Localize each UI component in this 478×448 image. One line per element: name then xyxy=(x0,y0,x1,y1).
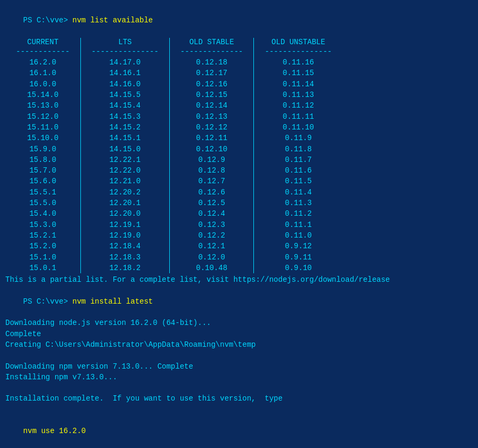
table-cell: 15.0.1 xyxy=(5,263,81,273)
table-cell: 0.12.3 xyxy=(170,219,254,230)
terminal-window: PS C:\vve> nvm list available CURRENT LT… xyxy=(5,4,473,448)
download-line: Downloading node.js version 16.2.0 (64-b… xyxy=(5,317,473,328)
creating-line: Creating C:\Users\Administrator\AppData\… xyxy=(5,339,473,350)
table-cell: 0.12.4 xyxy=(170,208,254,219)
install-command-line: PS C:\vve> nvm install latest xyxy=(5,285,473,317)
table-cell: 0.12.16 xyxy=(170,79,254,89)
table-cell: 0.11.2 xyxy=(254,208,342,219)
table-cell: 0.9.11 xyxy=(254,252,342,263)
table-row: 15.8.012.22.10.12.90.11.7 xyxy=(5,154,343,165)
table-row: 15.13.014.15.40.12.140.11.12 xyxy=(5,100,343,111)
table-cell: 12.22.1 xyxy=(81,154,170,165)
table-cell: 0.11.0 xyxy=(254,230,342,241)
table-row: 15.5.012.20.10.12.50.11.3 xyxy=(5,198,343,208)
table-row: 16.1.014.16.10.12.170.11.15 xyxy=(5,68,343,78)
table-row: 15.1.012.18.30.12.00.9.11 xyxy=(5,252,343,263)
table-cell: 15.5.1 xyxy=(5,187,81,198)
sep-0: ------------ xyxy=(5,46,81,57)
blank-1 xyxy=(5,350,473,361)
table-cell: 0.12.17 xyxy=(170,68,254,78)
table-cell: 0.11.13 xyxy=(254,89,342,100)
table-cell: 16.2.0 xyxy=(5,57,81,68)
table-cell: 0.12.18 xyxy=(170,57,254,68)
table-cell: 0.11.3 xyxy=(254,198,342,208)
table-cell: 0.11.6 xyxy=(254,165,342,176)
nvm-use-line: nvm use 16.2.0 xyxy=(5,415,473,447)
sep-2: -------------- xyxy=(170,46,254,57)
table-cell: 15.3.0 xyxy=(5,219,81,230)
table-row: 15.4.012.20.00.12.40.11.2 xyxy=(5,208,343,219)
table-cell: 0.12.2 xyxy=(170,230,254,241)
table-cell: 15.5.0 xyxy=(5,198,81,208)
table-cell: 12.20.0 xyxy=(81,208,170,219)
table-cell: 15.13.0 xyxy=(5,100,81,111)
table-cell: 15.12.0 xyxy=(5,111,81,122)
table-cell: 0.9.10 xyxy=(254,263,342,273)
table-cell: 14.17.0 xyxy=(81,57,170,68)
table-cell: 0.12.11 xyxy=(170,133,254,143)
table-cell: 15.14.0 xyxy=(5,89,81,100)
table-cell: 16.1.0 xyxy=(5,68,81,78)
table-cell: 0.11.16 xyxy=(254,57,342,68)
npm-install-line: Installing npm v7.13.0... xyxy=(5,372,473,382)
complete-line: Complete xyxy=(5,329,473,339)
table-cell: 12.18.2 xyxy=(81,263,170,273)
table-separator-row: ------------ --------------- -----------… xyxy=(5,46,343,57)
table-cell: 12.20.1 xyxy=(81,198,170,208)
table-cell: 0.12.9 xyxy=(170,154,254,165)
blank-3 xyxy=(5,404,473,415)
table-cell: 0.12.5 xyxy=(170,198,254,208)
table-row: 15.12.014.15.30.12.130.11.11 xyxy=(5,111,343,122)
table-cell: 0.11.7 xyxy=(254,154,342,165)
table-cell: 15.9.0 xyxy=(5,144,81,154)
table-cell: 15.7.0 xyxy=(5,165,81,176)
table-cell: 14.16.0 xyxy=(81,79,170,89)
table-row: 15.10.014.15.10.12.110.11.9 xyxy=(5,133,343,143)
sep-1: --------------- xyxy=(81,46,170,57)
sep-3: --------------- xyxy=(254,46,342,57)
table-row: 15.2.112.19.00.12.20.11.0 xyxy=(5,230,343,241)
table-cell: 0.10.48 xyxy=(170,263,254,273)
table-cell: 12.21.0 xyxy=(81,176,170,186)
partial-list-notice: This is a partial list. For a complete l… xyxy=(5,274,473,285)
table-row: 15.2.012.18.40.12.10.9.12 xyxy=(5,241,343,251)
col-old-stable: OLD STABLE xyxy=(170,38,254,46)
table-cell: 0.12.1 xyxy=(170,241,254,251)
table-row: 15.7.012.22.00.12.80.11.6 xyxy=(5,165,343,176)
table-cell: 14.15.4 xyxy=(81,100,170,111)
table-cell: 0.11.11 xyxy=(254,111,342,122)
table-row: 15.14.014.15.50.12.150.11.13 xyxy=(5,89,343,100)
table-cell: 0.11.10 xyxy=(254,122,342,133)
table-row: 15.5.112.20.20.12.60.11.4 xyxy=(5,187,343,198)
table-cell: 16.0.0 xyxy=(5,79,81,89)
table-cell: 0.11.14 xyxy=(254,79,342,89)
command-2: nvm install latest xyxy=(72,297,153,306)
table-cell: 15.2.0 xyxy=(5,241,81,251)
table-cell: 0.12.0 xyxy=(170,252,254,263)
table-row: 16.2.014.17.00.12.180.11.16 xyxy=(5,57,343,68)
prompt-1: PS C:\vve> xyxy=(23,16,72,25)
table-cell: 14.16.1 xyxy=(81,68,170,78)
table-cell: 0.11.8 xyxy=(254,144,342,154)
table-cell: 15.1.0 xyxy=(5,252,81,263)
table-cell: 0.11.5 xyxy=(254,176,342,186)
table-row: 15.11.014.15.20.12.120.11.10 xyxy=(5,122,343,133)
table-cell: 15.6.0 xyxy=(5,176,81,186)
table-cell: 0.11.9 xyxy=(254,133,342,143)
table-cell: 12.20.2 xyxy=(81,187,170,198)
table-cell: 12.22.0 xyxy=(81,165,170,176)
col-old-unstable: OLD UNSTABLE xyxy=(254,38,342,46)
table-cell: 0.12.13 xyxy=(170,111,254,122)
table-cell: 15.2.1 xyxy=(5,230,81,241)
table-cell: 12.19.1 xyxy=(81,219,170,230)
col-lts: LTS xyxy=(81,38,170,46)
table-cell: 0.12.10 xyxy=(170,144,254,154)
nvm-use-cmd: nvm use 16.2.0 xyxy=(23,427,86,435)
table-cell: 0.12.15 xyxy=(170,89,254,100)
table-row: 15.9.014.15.00.12.100.11.8 xyxy=(5,144,343,154)
table-cell: 15.11.0 xyxy=(5,122,81,133)
table-cell: 14.15.5 xyxy=(81,89,170,100)
table-cell: 12.18.4 xyxy=(81,241,170,251)
table-cell: 0.11.15 xyxy=(254,68,342,78)
table-row: 16.0.014.16.00.12.160.11.14 xyxy=(5,79,343,89)
